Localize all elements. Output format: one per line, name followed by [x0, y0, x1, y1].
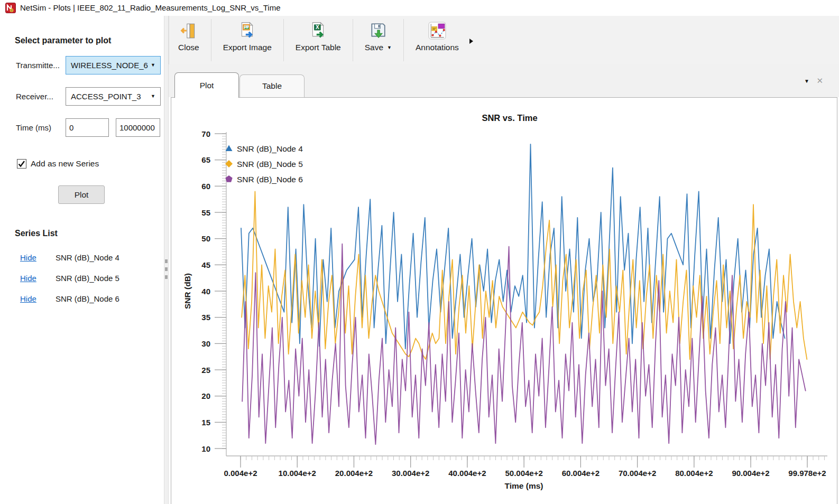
svg-text:20.004e+2: 20.004e+2	[335, 469, 373, 478]
chevron-down-icon: ▼	[151, 88, 155, 105]
svg-text:99.978e+2: 99.978e+2	[788, 469, 826, 478]
plot-parameters-panel: Select parameter to plot Transmitte... W…	[0, 16, 164, 504]
svg-text:60.004e+2: 60.004e+2	[562, 469, 600, 478]
time-label: Time (ms)	[16, 123, 64, 132]
legend-item: SNR (dB)_Node 6	[225, 175, 303, 184]
export-image-icon	[238, 20, 256, 41]
toolbar-button-label: Save	[365, 43, 383, 52]
series-list: HideSNR (dB)_Node 4HideSNR (dB)_Node 5Hi…	[0, 251, 164, 313]
splitter-grip-icon	[165, 255, 168, 283]
legend-item: SNR (dB)_Node 5	[225, 160, 303, 169]
toolbar-button-label: Export Table	[296, 43, 341, 52]
svg-text:30.004e+2: 30.004e+2	[392, 469, 429, 478]
svg-text:55: 55	[201, 208, 210, 217]
svg-text:40.004e+2: 40.004e+2	[448, 469, 486, 478]
netsim-plots-window: NetSim - Plots | IEEE_802_11_Radio_Measu…	[0, 0, 839, 504]
panel-heading: Select parameter to plot	[15, 36, 111, 45]
receiver-value: ACCESS_POINT_3	[71, 88, 141, 105]
netsim-logo-icon	[5, 3, 16, 13]
snr-vs-time-chart: 70656055504540353025201510SNR (dB)0.004e…	[171, 98, 837, 503]
svg-text:40: 40	[201, 287, 210, 296]
legend-item: SNR (dB)_Node 4	[226, 144, 303, 153]
add-series-label: Add as new Series	[31, 158, 99, 169]
toolbar-annotations-button[interactable]: Annotations	[409, 16, 466, 64]
tab-plot[interactable]: Plot	[174, 72, 239, 98]
svg-text:65: 65	[201, 155, 210, 164]
close-icon[interactable]: ✕	[816, 76, 823, 86]
series-name: SNR (dB)_Node 5	[56, 274, 119, 283]
toolbar-button-label: Close	[178, 43, 199, 52]
svg-text:70.004e+2: 70.004e+2	[619, 469, 656, 478]
chevron-down-icon[interactable]: ▼	[804, 78, 809, 84]
chevron-down-icon[interactable]: ▼	[387, 45, 392, 50]
annotations-icon	[428, 20, 446, 41]
transmitter-select[interactable]: WIRELESS_NODE_6 ▼	[66, 56, 161, 74]
series-list-heading: Series List	[15, 229, 58, 238]
hide-series-link[interactable]: Hide	[20, 294, 36, 303]
title-bar: NetSim - Plots | IEEE_802_11_Radio_Measu…	[0, 0, 839, 16]
hide-series-link[interactable]: Hide	[20, 253, 36, 262]
hide-series-link[interactable]: Hide	[20, 274, 36, 283]
series-name: SNR (dB)_Node 6	[56, 294, 119, 303]
toolbar: Close Export Image X Export Table Save▼ …	[169, 16, 839, 64]
toolbar-button-label: Export Image	[223, 43, 272, 52]
transmitter-value: WIRELESS_NODE_6	[71, 57, 148, 74]
toolbar-separator	[283, 19, 284, 61]
toolbar-export-table-button[interactable]: X Export Table	[289, 16, 348, 64]
time-from-input[interactable]	[66, 118, 109, 137]
series-line-node-5	[242, 191, 807, 359]
svg-text:15: 15	[201, 418, 210, 427]
y-axis: 70656055504540353025201510SNR (dB)	[183, 129, 226, 453]
receiver-label: Receiver...	[16, 92, 64, 101]
export-table-icon: X	[309, 20, 327, 41]
series-list-row: HideSNR (dB)_Node 4	[0, 251, 164, 272]
svg-text:30: 30	[201, 339, 210, 348]
y-axis-title: SNR (dB)	[183, 273, 192, 309]
svg-text:80.004e+2: 80.004e+2	[675, 469, 713, 478]
svg-text:70: 70	[201, 129, 210, 138]
add-series-checkbox[interactable]	[17, 159, 26, 169]
toolbar-close-button[interactable]: Close	[171, 16, 206, 64]
svg-text:0.004e+2: 0.004e+2	[224, 469, 257, 478]
chart-title: SNR vs. Time	[482, 113, 537, 123]
plot-panel: 70656055504540353025201510SNR (dB)0.004e…	[171, 97, 837, 504]
svg-text:90.004e+2: 90.004e+2	[732, 469, 769, 478]
time-to-input[interactable]	[116, 118, 160, 137]
splitter-handle[interactable]	[164, 16, 169, 504]
svg-text:SNR (dB)_Node 4: SNR (dB)_Node 4	[237, 144, 303, 153]
svg-text:50.004e+2: 50.004e+2	[505, 469, 542, 478]
toolbar-separator	[211, 19, 211, 61]
svg-text:35: 35	[201, 313, 210, 322]
svg-text:X: X	[316, 24, 319, 30]
tab-table[interactable]: Table	[239, 74, 305, 97]
svg-text:10.004e+2: 10.004e+2	[279, 469, 316, 478]
toolbar-save-button[interactable]: Save▼	[358, 16, 399, 64]
legend: SNR (dB)_Node 4SNR (dB)_Node 5SNR (dB)_N…	[225, 144, 303, 184]
x-axis: 0.004e+210.004e+220.004e+230.004e+240.00…	[224, 456, 826, 490]
series-list-row: HideSNR (dB)_Node 5	[0, 272, 164, 293]
chevron-down-icon: ▼	[151, 57, 155, 74]
svg-text:SNR (dB)_Node 5: SNR (dB)_Node 5	[237, 160, 303, 169]
toolbar-export-image-button[interactable]: Export Image	[216, 16, 279, 64]
svg-text:25: 25	[201, 366, 210, 375]
svg-text:60: 60	[201, 182, 210, 191]
svg-text:SNR (dB)_Node 6: SNR (dB)_Node 6	[237, 175, 303, 184]
toolbar-separator	[403, 19, 404, 61]
plot-button[interactable]: Plot	[58, 185, 105, 204]
transmitter-label: Transmitte...	[16, 61, 64, 70]
window-title: NetSim - Plots | IEEE_802_11_Radio_Measu…	[20, 0, 280, 16]
series-name: SNR (dB)_Node 4	[56, 253, 119, 262]
svg-text:45: 45	[201, 260, 210, 269]
svg-text:10: 10	[201, 444, 210, 453]
toolbar-button-label: Annotations	[416, 43, 459, 52]
close-icon	[180, 20, 198, 41]
save-icon	[369, 20, 387, 41]
receiver-select[interactable]: ACCESS_POINT_3 ▼	[66, 87, 161, 106]
chevron-right-icon[interactable]	[469, 37, 474, 46]
tab-strip: PlotTable ▼ ✕	[169, 64, 839, 97]
series-list-row: HideSNR (dB)_Node 6	[0, 293, 164, 313]
svg-text:20: 20	[201, 391, 210, 400]
toolbar-separator	[353, 19, 353, 61]
check-icon	[17, 160, 26, 168]
svg-text:50: 50	[201, 234, 210, 243]
